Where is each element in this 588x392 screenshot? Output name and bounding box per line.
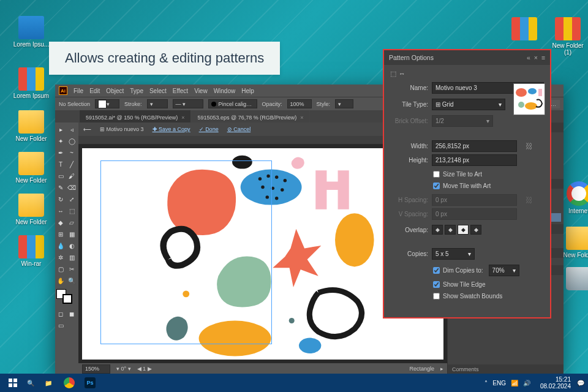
notifications-button[interactable]: 💬 — [576, 374, 586, 391]
show-tile-edge-checkbox[interactable]: Show Tile Edge — [433, 281, 544, 288]
close-icon[interactable]: × — [534, 54, 538, 61]
width-tool[interactable]: ↔ — [55, 205, 66, 216]
menu-select[interactable]: Select — [149, 88, 167, 94]
slice-tool[interactable]: ✂ — [66, 263, 77, 274]
draw-mode-normal[interactable]: ◻ — [55, 308, 66, 319]
size-tile-to-art-checkbox[interactable]: Size Tile to Art — [433, 171, 544, 178]
language-indicator[interactable]: ENG — [492, 380, 506, 386]
graph-tool[interactable]: ▥ — [66, 252, 77, 263]
tab-comments[interactable]: Comments — [448, 364, 483, 374]
menu-edit[interactable]: Edit — [89, 88, 100, 94]
zoom-field[interactable]: 150% — [82, 364, 110, 374]
rotate-tool[interactable]: ↻ — [55, 194, 66, 205]
menu-help[interactable]: Help — [241, 88, 254, 94]
overlap-left-front[interactable]: ◆ — [432, 225, 443, 235]
cancel-link[interactable]: ⊘ Cancel — [227, 126, 251, 132]
collapse-icon[interactable]: « — [527, 54, 530, 61]
tile-resize-icon[interactable]: ↔ — [399, 70, 405, 77]
clock[interactable]: 15:21 08.02.2024 — [535, 376, 576, 390]
move-tile-with-art-checkbox[interactable]: Move Tile with Art — [433, 183, 544, 189]
save-copy-link[interactable]: ✚ Save a Copy — [153, 126, 190, 132]
tile-edge-icon[interactable]: ⬚ — [390, 70, 396, 77]
brush-preset[interactable]: Pincel calig… — [208, 99, 257, 108]
link-dimensions-icon[interactable]: ⛓ — [526, 142, 533, 151]
desktop-icon-chrome[interactable]: Internet — [560, 181, 588, 214]
draw-mode-behind[interactable]: ◼ — [66, 308, 77, 319]
desktop-icon-pc[interactable]: Lorem Ipsu... — [12, 16, 50, 48]
close-tab-icon[interactable]: × — [300, 115, 303, 121]
zoom-tool[interactable]: 🔍 — [66, 275, 77, 286]
blend-tool[interactable]: ◐ — [66, 240, 77, 251]
copies-select[interactable]: 5 x 5▾ — [432, 248, 475, 260]
opacity-field[interactable]: 100% — [287, 99, 312, 108]
paintbrush-tool[interactable]: 🖌 — [66, 170, 77, 181]
desktop-icon-binder[interactable] — [505, 17, 543, 42]
menu-view[interactable]: View — [194, 88, 208, 94]
desktop-icon-winrar[interactable]: Win-rar — [12, 235, 50, 267]
show-swatch-bounds-checkbox[interactable]: Show Swatch Bounds — [433, 293, 544, 300]
menu-type[interactable]: Type — [130, 88, 143, 94]
lasso-tool[interactable]: ◯ — [66, 135, 77, 146]
rectangle-tool[interactable]: ▭ — [55, 170, 66, 181]
done-link[interactable]: ✓ Done — [199, 126, 219, 132]
overlap-top-front[interactable]: ◆ — [458, 225, 469, 235]
menu-window[interactable]: Window — [214, 88, 236, 94]
eraser-tool[interactable]: ⌫ — [66, 182, 77, 193]
stroke-profile[interactable]: — ▾ — [173, 99, 203, 108]
gradient-tool[interactable]: ▦ — [66, 228, 77, 239]
desktop-icon-folder[interactable]: New Folder — [12, 110, 50, 142]
selection-tool[interactable]: ▸ — [55, 124, 66, 135]
curvature-tool[interactable]: ~ — [66, 147, 77, 158]
desktop-icon-binder2[interactable]: New Folder (1) — [549, 17, 587, 56]
mesh-tool[interactable]: ⊞ — [55, 228, 66, 239]
fill-stroke-swatch[interactable] — [56, 289, 75, 305]
app-logo-icon[interactable]: Ai — [59, 86, 67, 95]
menu-file[interactable]: File — [74, 88, 83, 94]
menu-effect[interactable]: Effect — [173, 88, 188, 94]
volume-icon[interactable]: 🔊 — [523, 380, 530, 386]
tray-chevron-icon[interactable]: ˄ — [484, 380, 488, 386]
overlap-right-front[interactable]: ◆ — [445, 225, 456, 235]
direct-selection-tool[interactable]: ◃ — [66, 124, 77, 135]
magic-wand-tool[interactable]: ✦ — [55, 135, 66, 146]
desktop-icon-folder[interactable]: New Folder — [12, 152, 50, 184]
menu-object[interactable]: Object — [106, 88, 124, 94]
eyedropper-tool[interactable]: 💧 — [55, 240, 66, 251]
stroke-weight-field[interactable]: ▾ — [147, 99, 168, 108]
desktop-icon-folder[interactable]: New Folder — [12, 194, 50, 225]
taskbar-photoshop[interactable]: Ps — [80, 374, 100, 391]
start-button[interactable] — [2, 374, 23, 391]
style-field[interactable]: ▾ — [335, 99, 353, 108]
search-button[interactable]: 🔍 — [23, 374, 38, 391]
height-input[interactable] — [432, 154, 517, 166]
scale-tool[interactable]: ⤢ — [66, 194, 77, 205]
wifi-icon[interactable]: 📶 — [511, 380, 518, 386]
tile-type-select[interactable]: ⊞ Grid▾ — [432, 99, 505, 110]
document-tab[interactable]: 5915052.ai* @ 150 % (RGB/Preview)× — [80, 110, 191, 123]
line-tool[interactable]: ╱ — [66, 159, 77, 170]
menu-icon[interactable]: ≡ — [541, 54, 545, 61]
panel-titlebar[interactable]: Pattern Options « × ≡ — [384, 50, 550, 65]
shaper-tool[interactable]: ✎ — [55, 182, 66, 193]
document-tab[interactable]: 5915053.eps @ 76,78 % (RGB/Preview)× — [191, 110, 310, 123]
desktop-icon-trash[interactable] — [560, 267, 588, 292]
free-transform-tool[interactable]: ⬚ — [66, 205, 77, 216]
close-tab-icon[interactable]: × — [181, 115, 184, 121]
hand-tool[interactable]: ✋ — [55, 275, 66, 286]
taskbar-explorer[interactable]: 📁 — [38, 374, 59, 391]
perspective-tool[interactable]: ▱ — [66, 217, 77, 228]
dim-copies-checkbox[interactable]: Dim Copies to: 70%▾ — [433, 265, 544, 276]
artboard-tool[interactable]: ▢ — [55, 263, 66, 274]
screen-mode[interactable]: ▭ — [55, 320, 66, 331]
taskbar-chrome[interactable] — [59, 374, 80, 391]
fill-stroke-picker[interactable]: ▾ — [95, 99, 119, 108]
pen-tool[interactable]: ✒ — [55, 147, 66, 158]
type-tool[interactable]: T — [55, 159, 66, 170]
dim-value-select[interactable]: 70%▾ — [489, 265, 519, 276]
shape-builder-tool[interactable]: ◆ — [55, 217, 66, 228]
desktop-icon-folder[interactable]: New Folder — [560, 227, 588, 258]
width-input[interactable] — [432, 140, 517, 152]
desktop-icon-binder[interactable]: Lorem Ipsum — [12, 67, 50, 99]
symbol-sprayer-tool[interactable]: ✲ — [55, 252, 66, 263]
overlap-bottom-front[interactable]: ◆ — [470, 225, 481, 235]
